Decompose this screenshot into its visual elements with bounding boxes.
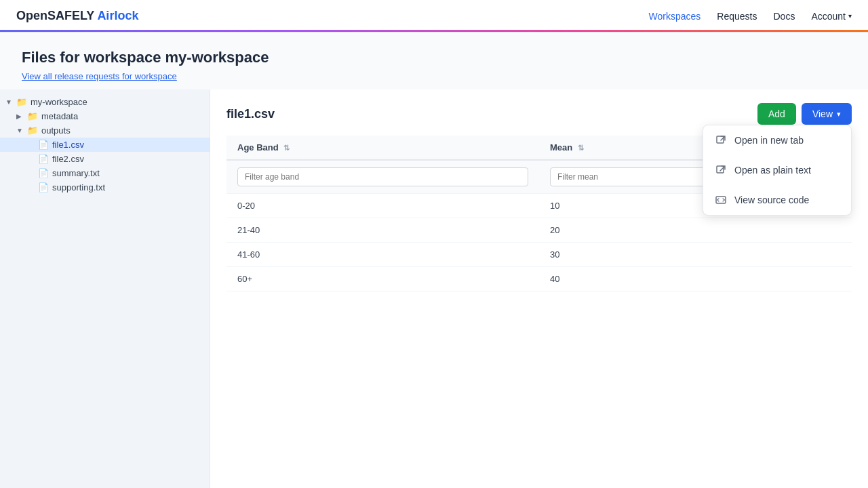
logo-open: OpenSAFELY [16,9,94,22]
nav-docs[interactable]: Docs [774,11,795,22]
sidebar-item-label: metadata [41,111,78,121]
dropdown-menu: Open in new tab Open as plain text [703,125,852,216]
account-button[interactable]: Account ▾ [811,11,852,22]
svg-rect-1 [717,166,724,173]
nav-workspaces[interactable]: Workspaces [649,11,701,22]
sidebar-item-label: file1.csv [52,140,84,150]
nav-requests[interactable]: Requests [717,11,757,22]
file-icon: 📄 [38,140,49,150]
sort-icon-mean: ⇅ [578,144,584,152]
view-button-label: View [812,108,833,119]
content-header: file1.csv Add View ▾ [226,103,852,125]
navbar: OpenSAFELY Airlock Workspaces Requests D… [0,0,868,33]
sidebar-item-file1.csv[interactable]: 📄file1.csv [0,138,210,152]
nav-links: Workspaces Requests Docs Account ▾ [649,11,852,22]
sidebar: ▼📁my-workspace▶📁metadata▼📁outputs📄file1.… [0,89,210,488]
dropdown-open-new-tab[interactable]: Open in new tab [703,125,851,155]
content-area: file1.csv Add View ▾ Age Band ⇅ Mean [210,89,868,488]
folder-icon: 📁 [16,97,27,107]
cell-mean: 20 [539,218,852,243]
cell-mean: 40 [539,267,852,291]
logo-airlock: Airlock [97,9,138,22]
dropdown-open-plain-text[interactable]: Open as plain text [703,155,851,185]
svg-rect-0 [717,136,724,143]
main-layout: ▼📁my-workspace▶📁metadata▼📁outputs📄file1.… [0,89,868,488]
file-icon: 📄 [38,182,49,192]
dropdown-view-source-label: View source code [734,195,809,205]
external-link-icon [714,134,728,147]
sidebar-item-my-workspace[interactable]: ▼📁my-workspace [0,95,210,109]
view-requests-link[interactable]: View all release requests for workspace [22,71,177,81]
sidebar-item-label: file2.csv [52,154,84,164]
chevron-down-icon: ▾ [848,12,852,20]
tree-arrow: ▶ [16,113,27,120]
table-row: 21-40 20 [226,218,852,243]
sidebar-item-file2.csv[interactable]: 📄file2.csv [0,152,210,166]
cell-age-band: 0-20 [226,194,539,218]
file-icon: 📄 [38,154,49,164]
filter-age-band[interactable] [237,167,528,186]
sidebar-item-label: outputs [41,125,71,136]
add-button[interactable]: Add [757,103,796,125]
external-edit-icon [714,163,728,177]
file-icon: 📄 [38,168,49,178]
account-label: Account [811,11,846,22]
dropdown-view-source[interactable]: View source code [703,185,851,215]
view-dropdown-button[interactable]: View ▾ [802,103,852,125]
dropdown-open-plain-text-label: Open as plain text [734,165,811,176]
cell-mean: 30 [539,243,852,267]
col-age-band[interactable]: Age Band ⇅ [226,136,539,160]
tree-arrow: ▼ [5,98,16,106]
table-row: 41-60 30 [226,243,852,267]
sidebar-item-summary.txt[interactable]: 📄summary.txt [0,166,210,180]
cell-age-band: 41-60 [226,243,539,267]
folder-icon: 📁 [27,125,38,136]
chevron-down-icon: ▾ [837,110,841,119]
tree-arrow: ▼ [16,127,27,134]
sort-icon-age-band: ⇅ [283,144,290,152]
sidebar-item-metadata[interactable]: ▶📁metadata [0,109,210,123]
table-row: 60+ 40 [226,267,852,291]
cell-age-band: 21-40 [226,218,539,243]
dropdown-open-new-tab-label: Open in new tab [734,135,804,146]
sidebar-item-label: my-workspace [31,97,87,107]
page-title: Files for workspace my-workspace [22,49,846,66]
logo[interactable]: OpenSAFELY Airlock [16,9,138,23]
header-actions: Add View ▾ [757,103,852,125]
cell-age-band: 60+ [226,267,539,291]
code-icon [714,193,728,207]
folder-icon: 📁 [27,111,38,121]
sidebar-item-label: supporting.txt [52,182,105,192]
sidebar-item-label: summary.txt [52,168,100,178]
sidebar-item-supporting.txt[interactable]: 📄supporting.txt [0,180,210,195]
sidebar-item-outputs[interactable]: ▼📁outputs [0,123,210,138]
file-title: file1.csv [226,107,275,121]
page-header: Files for workspace my-workspace View al… [0,33,868,89]
